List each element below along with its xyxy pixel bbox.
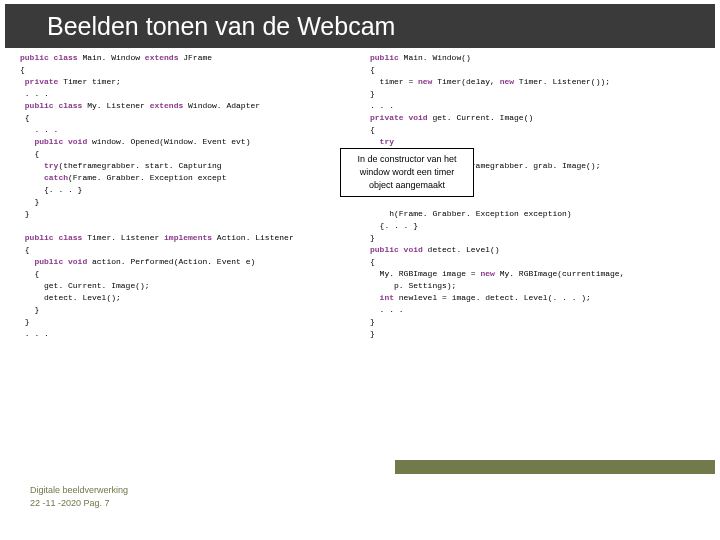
code-text: { bbox=[370, 257, 375, 266]
code-text: {. . . } bbox=[20, 185, 82, 194]
code-text: . . . bbox=[370, 305, 404, 314]
code-text: My. RGBImage(currentimage, bbox=[495, 269, 625, 278]
code-text: Action. Listener bbox=[212, 233, 294, 242]
code-text: p. Settings); bbox=[370, 281, 456, 290]
kw: int bbox=[370, 293, 394, 302]
code-text: newlevel = image. detect. Level(. . . ); bbox=[394, 293, 591, 302]
code-text: { bbox=[20, 65, 25, 74]
title-bar: Beelden tonen van de Webcam bbox=[5, 4, 715, 48]
slide-title: Beelden tonen van de Webcam bbox=[47, 12, 395, 41]
code-text: } bbox=[370, 89, 375, 98]
kw: implements bbox=[164, 233, 212, 242]
code-text: { bbox=[370, 125, 375, 134]
code-text: get. Current. Image(); bbox=[20, 281, 150, 290]
callout-box: In de constructor van het window wordt e… bbox=[340, 148, 474, 197]
code-text: get. Current. Image() bbox=[428, 113, 534, 122]
code-text: { bbox=[20, 269, 39, 278]
code-text: (Frame. Grabber. Exception exception) bbox=[394, 209, 572, 218]
code-text: Timer. Listener bbox=[82, 233, 164, 242]
code-text: . . . bbox=[20, 89, 49, 98]
code-text: . . . bbox=[370, 101, 394, 110]
footer-line2: 22 -11 -2020 Pag. 7 bbox=[30, 497, 128, 510]
footer: Digitale beeldverwerking 22 -11 -2020 Pa… bbox=[30, 484, 128, 510]
kw: public void bbox=[370, 245, 423, 254]
code-text: {. . . } bbox=[370, 221, 418, 230]
code-text: (theframegrabber. start. Capturing bbox=[58, 161, 221, 170]
kw: new bbox=[418, 77, 432, 86]
kw: new bbox=[500, 77, 514, 86]
footer-accent-bar bbox=[395, 460, 715, 474]
footer-line1: Digitale beeldverwerking bbox=[30, 484, 128, 497]
kw: extends bbox=[145, 53, 179, 62]
kw: public bbox=[370, 53, 399, 62]
code-text: { bbox=[20, 149, 39, 158]
code-text: { bbox=[370, 65, 375, 74]
code-text: Timer(delay, bbox=[432, 77, 499, 86]
code-text: } bbox=[20, 305, 39, 314]
code-text: } bbox=[370, 329, 375, 338]
code-text: Main. Window bbox=[78, 53, 145, 62]
kw: catch bbox=[20, 173, 68, 182]
kw: public void bbox=[20, 137, 87, 146]
kw: public class bbox=[20, 101, 82, 110]
code-text: detect. Level(); bbox=[20, 293, 121, 302]
code-text: Timer. Listener()); bbox=[514, 77, 610, 86]
code-text: window. Opened(Window. Event evt) bbox=[87, 137, 250, 146]
kw: public void bbox=[20, 257, 87, 266]
callout-text: In de constructor van het window wordt e… bbox=[347, 153, 467, 192]
code-text: } bbox=[370, 233, 375, 242]
code-text: timer = bbox=[370, 77, 418, 86]
kw: public class bbox=[20, 53, 78, 62]
code-text: . . . bbox=[20, 125, 58, 134]
code-text: JFrame bbox=[178, 53, 212, 62]
kw: new bbox=[480, 269, 494, 278]
kw: private bbox=[20, 77, 58, 86]
code-text: detect. Level() bbox=[423, 245, 500, 254]
code-text: action. Performed(Action. Event e) bbox=[87, 257, 255, 266]
code-text: My. RGBImage image = bbox=[370, 269, 480, 278]
code-text: } bbox=[20, 317, 30, 326]
kw: private void bbox=[370, 113, 428, 122]
code-text: (Frame. Grabber. Exception except bbox=[68, 173, 226, 182]
code-text: Main. Window() bbox=[399, 53, 471, 62]
code-text: Window. Adapter bbox=[183, 101, 260, 110]
code-text: { bbox=[20, 245, 30, 254]
kw: try bbox=[20, 161, 58, 170]
code-text: h bbox=[370, 209, 394, 218]
code-text: } bbox=[20, 209, 30, 218]
kw: public class bbox=[20, 233, 82, 242]
code-text: } bbox=[20, 197, 39, 206]
kw: extends bbox=[150, 101, 184, 110]
code-text: . . . bbox=[20, 329, 49, 338]
code-text: { bbox=[20, 113, 30, 122]
code-text: } bbox=[370, 317, 375, 326]
code-text: Timer timer; bbox=[58, 77, 120, 86]
code-left: public class Main. Window extends JFrame… bbox=[20, 52, 350, 340]
kw: try bbox=[370, 137, 394, 146]
code-text: My. Listener bbox=[82, 101, 149, 110]
